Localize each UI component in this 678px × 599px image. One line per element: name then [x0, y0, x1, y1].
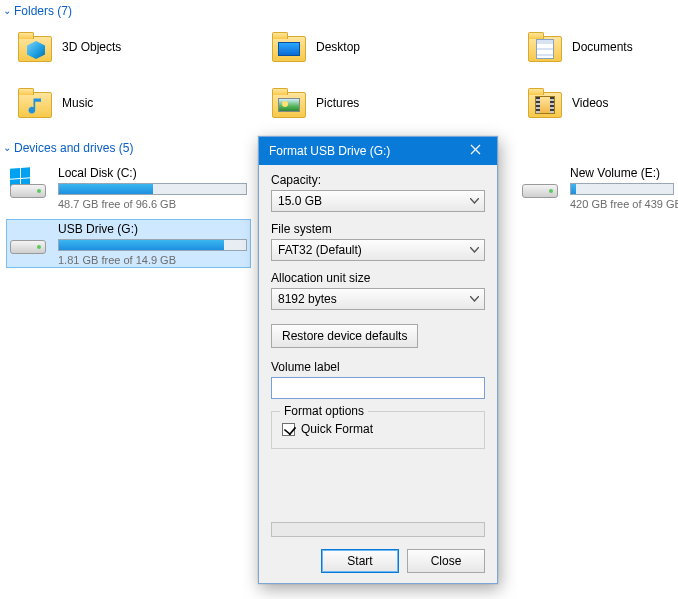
drives-group-title: Devices and drives (5) [14, 141, 133, 155]
desktop-icon [278, 42, 300, 56]
drive-icon [10, 168, 46, 204]
drive-name: USB Drive (G:) [58, 222, 247, 236]
capacity-value: 15.0 GB [278, 194, 322, 208]
close-button[interactable] [453, 137, 497, 165]
filesystem-combo[interactable]: FAT32 (Default) [271, 239, 485, 261]
drive-free-text: 420 GB free of 439 GB [570, 198, 674, 210]
drive-free-text: 48.7 GB free of 96.6 GB [58, 198, 247, 210]
folders-group-header[interactable]: ⌄ Folders (7) [0, 0, 678, 22]
dialog-button-row: Start Close [271, 549, 485, 573]
music-note-icon [26, 96, 46, 116]
folder-3d-objects[interactable]: 3D Objects [18, 32, 121, 62]
drive-new-volume-e[interactable]: New Volume (E:) 420 GB free of 439 GB [518, 163, 678, 212]
start-button[interactable]: Start [321, 549, 399, 573]
folder-icon [272, 88, 306, 118]
format-options-title: Format options [280, 404, 368, 418]
format-dialog: Format USB Drive (G:) Capacity: 15.0 GB … [258, 136, 498, 584]
capacity-combo[interactable]: 15.0 GB [271, 190, 485, 212]
chevron-down-icon [464, 191, 484, 211]
restore-defaults-label: Restore device defaults [282, 329, 407, 343]
drive-usb-g[interactable]: USB Drive (G:) 1.81 GB free of 14.9 GB [6, 219, 251, 268]
capacity-fill [59, 184, 153, 194]
film-icon [535, 96, 555, 114]
capacity-bar [570, 183, 674, 195]
restore-defaults-button[interactable]: Restore device defaults [271, 324, 418, 348]
volume-label-input[interactable] [271, 377, 485, 399]
filesystem-value: FAT32 (Default) [278, 243, 362, 257]
drive-free-text: 1.81 GB free of 14.9 GB [58, 254, 247, 266]
drive-local-c[interactable]: Local Disk (C:) 48.7 GB free of 96.6 GB [6, 163, 251, 212]
folder-documents[interactable]: Documents [528, 32, 633, 62]
folder-icon [528, 32, 562, 62]
document-icon [536, 39, 554, 59]
folder-label: Videos [572, 96, 608, 110]
folder-icon [272, 32, 306, 62]
capacity-bar [58, 239, 247, 251]
cube-icon [27, 41, 45, 59]
format-progress-bar [271, 522, 485, 537]
folder-icon [18, 32, 52, 62]
capacity-bar [58, 183, 247, 195]
folder-pictures[interactable]: Pictures [272, 88, 359, 118]
folder-label: Desktop [316, 40, 360, 54]
picture-icon [278, 98, 300, 112]
allocation-value: 8192 bytes [278, 292, 337, 306]
volume-label-label: Volume label [271, 360, 485, 374]
allocation-combo[interactable]: 8192 bytes [271, 288, 485, 310]
folder-label: Documents [572, 40, 633, 54]
chevron-down-icon: ⌄ [2, 6, 12, 16]
drive-name: New Volume (E:) [570, 166, 674, 180]
folder-icon [18, 88, 52, 118]
dialog-body: Capacity: 15.0 GB File system FAT32 (Def… [259, 165, 497, 583]
filesystem-label: File system [271, 222, 485, 236]
close-icon [470, 144, 481, 158]
close-dialog-button[interactable]: Close [407, 549, 485, 573]
folder-videos[interactable]: Videos [528, 88, 608, 118]
close-label: Close [431, 554, 462, 568]
format-options-group: Format options Quick Format [271, 411, 485, 449]
folder-icon [528, 88, 562, 118]
dialog-titlebar[interactable]: Format USB Drive (G:) [259, 137, 497, 165]
start-label: Start [347, 554, 372, 568]
drive-icon [10, 224, 46, 260]
chevron-down-icon [464, 240, 484, 260]
chevron-down-icon [464, 289, 484, 309]
folder-label: 3D Objects [62, 40, 121, 54]
quick-format-label: Quick Format [301, 422, 373, 436]
folder-desktop[interactable]: Desktop [272, 32, 360, 62]
allocation-label: Allocation unit size [271, 271, 485, 285]
capacity-fill [571, 184, 576, 194]
dialog-title: Format USB Drive (G:) [269, 144, 453, 158]
folder-music[interactable]: Music [18, 88, 93, 118]
folders-area: 3D Objects Desktop Documents Music Pictu… [0, 22, 678, 137]
folders-group-title: Folders (7) [14, 4, 72, 18]
drive-icon [522, 168, 558, 204]
capacity-fill [59, 240, 224, 250]
capacity-label: Capacity: [271, 173, 485, 187]
chevron-down-icon: ⌄ [2, 143, 12, 153]
drive-name: Local Disk (C:) [58, 166, 247, 180]
quick-format-row[interactable]: Quick Format [282, 422, 474, 436]
quick-format-checkbox[interactable] [282, 423, 295, 436]
folder-label: Pictures [316, 96, 359, 110]
folder-label: Music [62, 96, 93, 110]
